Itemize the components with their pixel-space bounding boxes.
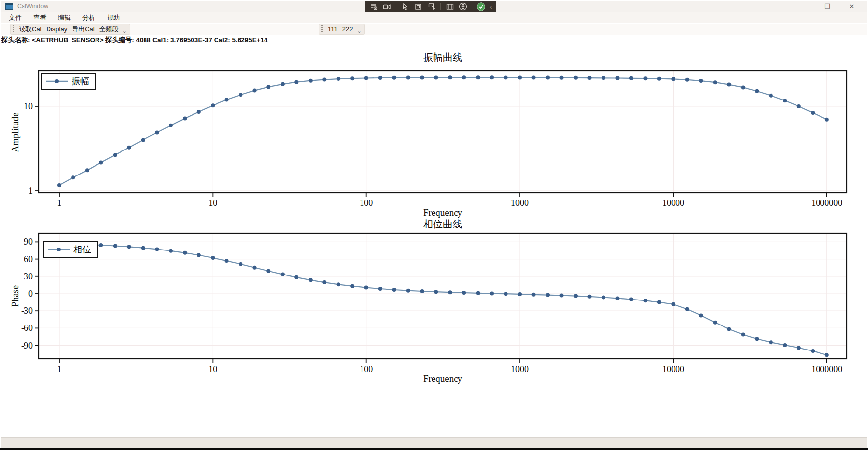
phase-y-axis-label: Phase	[10, 262, 21, 330]
window-bottom-border	[0, 448, 868, 450]
svg-text:1000000: 1000000	[811, 198, 842, 208]
svg-text:30: 30	[24, 272, 33, 281]
svg-text:90: 90	[24, 237, 33, 247]
legend-marker-icon	[48, 247, 70, 252]
phase-chart-title: 相位曲线	[39, 218, 847, 231]
amplitude-y-axis-label: Amplitude	[10, 98, 21, 167]
amplitude-legend[interactable]: 振幅	[41, 73, 96, 90]
legend-label: 振幅	[72, 75, 89, 87]
svg-text:100: 100	[360, 198, 373, 208]
svg-text:0: 0	[28, 289, 33, 299]
svg-text:1000: 1000	[511, 198, 529, 208]
svg-text:60: 60	[24, 254, 33, 264]
amplitude-x-axis-label: Frequency	[39, 207, 847, 218]
bottom-status-strip	[1, 437, 867, 448]
svg-text:10: 10	[24, 101, 33, 111]
svg-text:1000: 1000	[511, 364, 529, 374]
phase-legend[interactable]: 相位	[43, 241, 98, 258]
svg-text:10: 10	[208, 198, 217, 208]
svg-text:-60: -60	[21, 323, 33, 333]
legend-marker-icon	[46, 79, 68, 84]
svg-text:10: 10	[208, 364, 217, 374]
legend-label: 相位	[73, 244, 91, 255]
svg-text:-90: -90	[21, 341, 33, 350]
svg-text:-30: -30	[21, 306, 33, 316]
app-window: CalWindow	[0, 0, 868, 450]
svg-text:1000000: 1000000	[811, 364, 842, 374]
svg-text:1: 1	[28, 186, 33, 196]
svg-text:10000: 10000	[662, 364, 684, 374]
amplitude-chart-title: 振幅曲线	[39, 51, 847, 64]
phase-x-axis-label: Frequency	[39, 374, 847, 384]
svg-text:10000: 10000	[662, 198, 684, 208]
svg-text:100: 100	[360, 364, 373, 374]
svg-text:1: 1	[57, 364, 62, 374]
svg-text:1: 1	[57, 198, 62, 208]
